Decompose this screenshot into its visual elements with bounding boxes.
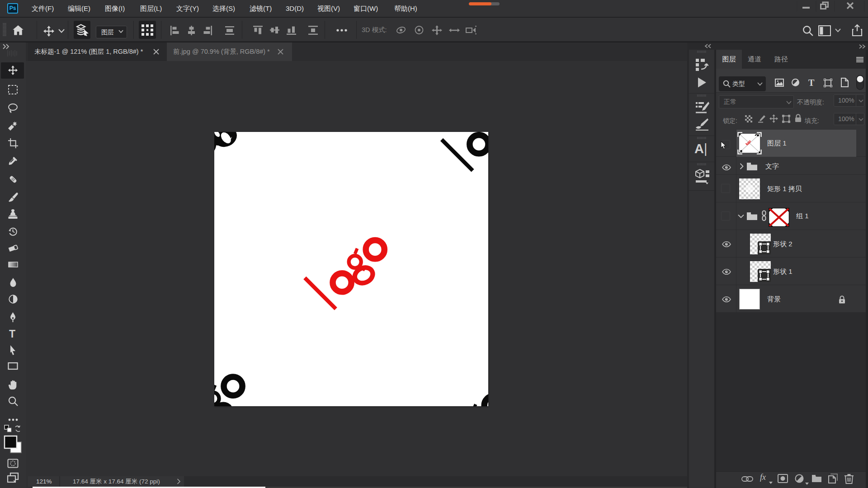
- svg-text:T: T: [9, 328, 15, 339]
